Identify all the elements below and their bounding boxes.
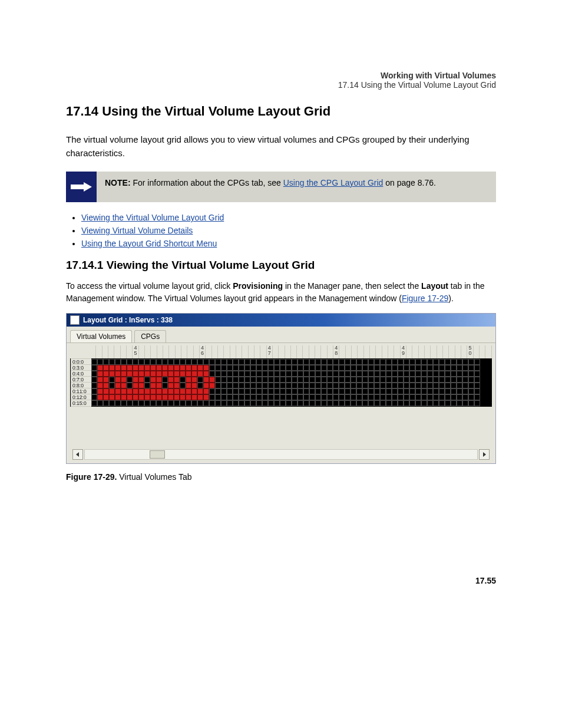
grid-cell[interactable] — [451, 359, 457, 365]
grid-cell[interactable] — [345, 359, 351, 365]
grid-cell[interactable] — [321, 383, 327, 388]
grid-cell[interactable] — [427, 359, 433, 365]
grid-cell[interactable] — [457, 383, 462, 388]
grid-cell[interactable] — [115, 400, 121, 406]
grid-cell[interactable] — [462, 383, 468, 388]
grid-cell[interactable] — [138, 377, 144, 383]
grid-cell[interactable] — [297, 377, 303, 383]
grid-cell[interactable] — [180, 388, 186, 394]
grid-cell[interactable] — [421, 359, 427, 365]
grid-cell[interactable] — [144, 400, 150, 406]
grid-cell[interactable] — [256, 371, 262, 377]
grid-cell[interactable] — [191, 394, 197, 400]
grid-cell[interactable] — [180, 371, 186, 377]
grid-cell[interactable] — [133, 359, 138, 365]
grid-cell[interactable] — [109, 388, 115, 394]
grid-cell[interactable] — [262, 371, 268, 377]
grid-cell[interactable] — [280, 383, 286, 388]
grid-cell[interactable] — [374, 365, 380, 371]
grid-cell[interactable] — [386, 365, 392, 371]
grid-cell[interactable] — [239, 400, 244, 406]
grid-cell[interactable] — [186, 394, 191, 400]
grid-cell[interactable] — [103, 383, 109, 388]
grid-cell[interactable] — [227, 400, 233, 406]
grid-cell[interactable] — [409, 359, 415, 365]
grid-cell[interactable] — [274, 388, 280, 394]
grid-cell[interactable] — [392, 394, 398, 400]
grid-cell[interactable] — [162, 371, 168, 377]
grid-cell[interactable] — [156, 388, 162, 394]
grid-cell[interactable] — [451, 388, 457, 394]
grid-cell[interactable] — [404, 383, 409, 388]
grid-cell[interactable] — [351, 400, 356, 406]
grid-cell[interactable] — [103, 388, 109, 394]
grid-cell[interactable] — [133, 383, 138, 388]
grid-cell[interactable] — [256, 383, 262, 388]
grid-cell[interactable] — [368, 377, 374, 383]
grid-cell[interactable] — [127, 388, 133, 394]
grid-cell[interactable] — [115, 377, 121, 383]
grid-cell[interactable] — [309, 383, 315, 388]
grid-cell[interactable] — [180, 359, 186, 365]
grid-cell[interactable] — [262, 377, 268, 383]
grid-cell[interactable] — [457, 394, 462, 400]
grid-cell[interactable] — [138, 383, 144, 388]
grid-cell[interactable] — [356, 371, 362, 377]
grid-cell[interactable] — [457, 377, 462, 383]
grid-cell[interactable] — [286, 377, 292, 383]
grid-cell[interactable] — [427, 383, 433, 388]
grid-cell[interactable] — [445, 400, 451, 406]
grid-cell[interactable] — [138, 365, 144, 371]
grid-cell[interactable] — [286, 359, 292, 365]
grid-cell[interactable] — [156, 400, 162, 406]
grid-cell[interactable] — [91, 394, 97, 400]
grid-cell[interactable] — [368, 388, 374, 394]
grid-cell[interactable] — [133, 371, 138, 377]
grid-cell[interactable] — [127, 359, 133, 365]
grid-cell[interactable] — [297, 365, 303, 371]
grid-cell[interactable] — [274, 377, 280, 383]
grid-cell[interactable] — [303, 394, 309, 400]
grid-cell[interactable] — [421, 371, 427, 377]
scroll-right-button[interactable] — [479, 449, 490, 460]
grid-cell[interactable] — [180, 377, 186, 383]
grid-cell[interactable] — [392, 400, 398, 406]
grid-cell[interactable] — [404, 388, 409, 394]
grid-cell[interactable] — [250, 377, 256, 383]
grid-cell[interactable] — [97, 394, 103, 400]
grid-cell[interactable] — [421, 400, 427, 406]
grid-cell[interactable] — [433, 388, 439, 394]
grid-cell[interactable] — [144, 371, 150, 377]
link-shortcut-menu[interactable]: Using the Layout Grid Shortcut Menu — [81, 239, 217, 248]
grid-cell[interactable] — [221, 400, 227, 406]
grid-cell[interactable] — [362, 400, 368, 406]
grid-cell[interactable] — [244, 359, 250, 365]
grid-cell[interactable] — [339, 365, 345, 371]
grid-cell[interactable] — [197, 377, 203, 383]
grid-cell[interactable] — [321, 371, 327, 377]
grid-cell[interactable] — [268, 383, 274, 388]
grid-cell[interactable] — [286, 365, 292, 371]
grid-cell[interactable] — [351, 365, 356, 371]
grid-cell[interactable] — [97, 400, 103, 406]
grid-cell[interactable] — [327, 359, 333, 365]
grid-cell[interactable] — [203, 400, 209, 406]
grid-cell[interactable] — [256, 359, 262, 365]
grid-cell[interactable] — [333, 400, 339, 406]
grid-cell[interactable] — [174, 394, 180, 400]
grid-cell[interactable] — [197, 365, 203, 371]
grid-cell[interactable] — [415, 394, 421, 400]
grid-cell[interactable] — [156, 383, 162, 388]
grid-cell[interactable] — [286, 383, 292, 388]
grid-cell[interactable] — [150, 394, 156, 400]
grid-cell[interactable] — [168, 371, 174, 377]
grid-cell[interactable] — [362, 359, 368, 365]
grid-cell[interactable] — [321, 365, 327, 371]
grid-cell[interactable] — [374, 400, 380, 406]
grid-cell[interactable] — [168, 365, 174, 371]
grid-cell[interactable] — [109, 365, 115, 371]
grid-cell[interactable] — [209, 383, 215, 388]
grid-cell[interactable] — [297, 383, 303, 388]
grid-cell[interactable] — [321, 388, 327, 394]
grid-cell[interactable] — [327, 365, 333, 371]
